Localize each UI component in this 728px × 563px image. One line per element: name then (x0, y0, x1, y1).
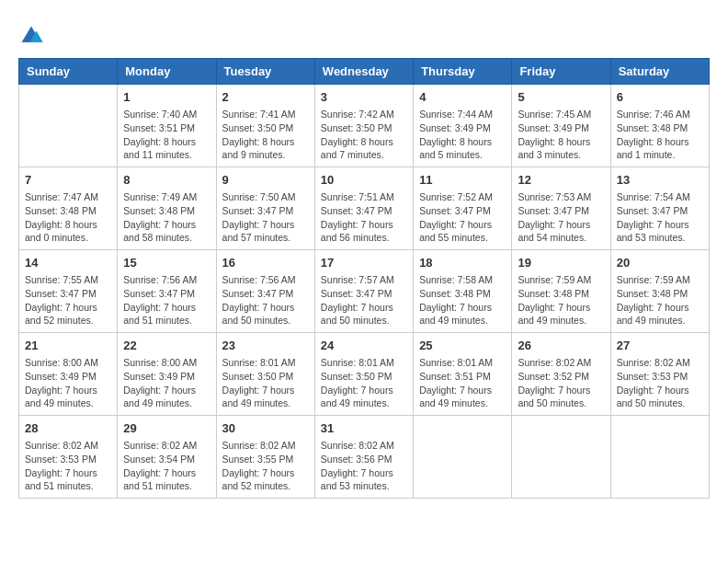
header-tuesday: Tuesday (216, 59, 314, 85)
day-info: Sunrise: 7:59 AM Sunset: 3:48 PM Dayligh… (617, 273, 703, 327)
logo (18, 23, 46, 49)
calendar-cell (414, 416, 512, 499)
calendar-cell: 8Sunrise: 7:49 AM Sunset: 3:48 PM Daylig… (118, 167, 216, 250)
header-wednesday: Wednesday (314, 59, 413, 85)
day-info: Sunrise: 7:56 AM Sunset: 3:47 PM Dayligh… (123, 273, 210, 327)
header-thursday: Thursday (414, 59, 512, 85)
day-info: Sunrise: 7:40 AM Sunset: 3:51 PM Dayligh… (123, 108, 210, 162)
calendar-cell: 16Sunrise: 7:56 AM Sunset: 3:47 PM Dayli… (216, 250, 314, 333)
calendar-cell: 24Sunrise: 8:01 AM Sunset: 3:50 PM Dayli… (314, 333, 413, 416)
calendar-cell: 3Sunrise: 7:42 AM Sunset: 3:50 PM Daylig… (314, 85, 413, 167)
header-saturday: Saturday (610, 59, 709, 85)
calendar-cell: 7Sunrise: 7:47 AM Sunset: 3:48 PM Daylig… (19, 167, 118, 250)
week-row-5: 28Sunrise: 8:02 AM Sunset: 3:53 PM Dayli… (19, 416, 710, 499)
day-number: 7 (25, 172, 111, 189)
day-info: Sunrise: 8:02 AM Sunset: 3:53 PM Dayligh… (617, 356, 703, 410)
calendar-cell: 5Sunrise: 7:45 AM Sunset: 3:49 PM Daylig… (512, 85, 610, 167)
day-number: 22 (123, 338, 210, 354)
day-number: 2 (222, 89, 309, 106)
day-number: 10 (321, 172, 407, 189)
day-number: 28 (25, 420, 111, 437)
day-number: 23 (222, 338, 309, 354)
day-number: 5 (518, 89, 604, 106)
calendar-cell: 10Sunrise: 7:51 AM Sunset: 3:47 PM Dayli… (314, 167, 413, 250)
calendar-cell: 27Sunrise: 8:02 AM Sunset: 3:53 PM Dayli… (610, 333, 709, 416)
calendar-cell: 9Sunrise: 7:50 AM Sunset: 3:47 PM Daylig… (216, 167, 314, 250)
day-number: 17 (321, 255, 407, 271)
day-info: Sunrise: 7:49 AM Sunset: 3:48 PM Dayligh… (123, 190, 210, 245)
week-row-3: 14Sunrise: 7:55 AM Sunset: 3:47 PM Dayli… (19, 250, 710, 333)
day-info: Sunrise: 8:02 AM Sunset: 3:55 PM Dayligh… (222, 439, 309, 493)
calendar-cell: 2Sunrise: 7:41 AM Sunset: 3:50 PM Daylig… (216, 85, 314, 167)
day-info: Sunrise: 8:01 AM Sunset: 3:51 PM Dayligh… (419, 356, 506, 410)
day-info: Sunrise: 7:56 AM Sunset: 3:47 PM Dayligh… (222, 273, 309, 327)
header-monday: Monday (118, 59, 216, 85)
day-info: Sunrise: 7:45 AM Sunset: 3:49 PM Dayligh… (518, 108, 604, 162)
day-number: 9 (222, 172, 309, 189)
calendar-cell: 18Sunrise: 7:58 AM Sunset: 3:48 PM Dayli… (414, 250, 512, 333)
day-info: Sunrise: 7:46 AM Sunset: 3:48 PM Dayligh… (617, 108, 703, 162)
day-info: Sunrise: 8:00 AM Sunset: 3:49 PM Dayligh… (123, 356, 210, 410)
day-number: 25 (419, 338, 506, 354)
day-number: 12 (518, 172, 604, 189)
day-info: Sunrise: 7:57 AM Sunset: 3:47 PM Dayligh… (321, 273, 407, 327)
calendar-cell: 22Sunrise: 8:00 AM Sunset: 3:49 PM Dayli… (118, 333, 216, 416)
day-number: 20 (617, 255, 703, 271)
calendar-cell: 30Sunrise: 8:02 AM Sunset: 3:55 PM Dayli… (216, 416, 314, 499)
calendar-cell: 15Sunrise: 7:56 AM Sunset: 3:47 PM Dayli… (118, 250, 216, 333)
calendar-cell: 17Sunrise: 7:57 AM Sunset: 3:47 PM Dayli… (314, 250, 413, 333)
calendar-cell: 19Sunrise: 7:59 AM Sunset: 3:48 PM Dayli… (512, 250, 610, 333)
day-number: 3 (321, 89, 407, 106)
calendar-cell: 13Sunrise: 7:54 AM Sunset: 3:47 PM Dayli… (610, 167, 709, 250)
day-number: 8 (123, 172, 210, 189)
calendar-header-row: SundayMondayTuesdayWednesdayThursdayFrid… (19, 59, 710, 85)
calendar-cell (512, 416, 610, 499)
calendar-cell: 14Sunrise: 7:55 AM Sunset: 3:47 PM Dayli… (19, 250, 118, 333)
day-number: 21 (25, 338, 111, 354)
day-info: Sunrise: 7:54 AM Sunset: 3:47 PM Dayligh… (617, 190, 703, 245)
calendar-cell: 21Sunrise: 8:00 AM Sunset: 3:49 PM Dayli… (19, 333, 118, 416)
day-info: Sunrise: 7:41 AM Sunset: 3:50 PM Dayligh… (222, 108, 309, 162)
calendar-cell (610, 416, 709, 499)
day-number: 26 (518, 338, 604, 354)
day-number: 4 (419, 89, 506, 106)
calendar-cell: 6Sunrise: 7:46 AM Sunset: 3:48 PM Daylig… (610, 85, 709, 167)
calendar-cell: 20Sunrise: 7:59 AM Sunset: 3:48 PM Dayli… (610, 250, 709, 333)
day-number: 31 (321, 420, 407, 437)
day-number: 13 (617, 172, 703, 189)
day-number: 27 (617, 338, 703, 354)
day-info: Sunrise: 7:42 AM Sunset: 3:50 PM Dayligh… (321, 108, 407, 162)
week-row-4: 21Sunrise: 8:00 AM Sunset: 3:49 PM Dayli… (19, 333, 710, 416)
day-number: 6 (617, 89, 703, 106)
day-info: Sunrise: 8:01 AM Sunset: 3:50 PM Dayligh… (321, 356, 407, 410)
day-number: 1 (123, 89, 210, 106)
day-info: Sunrise: 7:51 AM Sunset: 3:47 PM Dayligh… (321, 190, 407, 245)
day-info: Sunrise: 7:50 AM Sunset: 3:47 PM Dayligh… (222, 190, 309, 245)
day-info: Sunrise: 7:58 AM Sunset: 3:48 PM Dayligh… (419, 273, 506, 327)
day-info: Sunrise: 7:53 AM Sunset: 3:47 PM Dayligh… (518, 190, 604, 245)
day-info: Sunrise: 8:02 AM Sunset: 3:54 PM Dayligh… (123, 439, 210, 493)
calendar-cell: 23Sunrise: 8:01 AM Sunset: 3:50 PM Dayli… (216, 333, 314, 416)
week-row-1: 1Sunrise: 7:40 AM Sunset: 3:51 PM Daylig… (19, 85, 710, 167)
day-info: Sunrise: 8:02 AM Sunset: 3:53 PM Dayligh… (25, 439, 111, 493)
week-row-2: 7Sunrise: 7:47 AM Sunset: 3:48 PM Daylig… (19, 167, 710, 250)
day-info: Sunrise: 7:44 AM Sunset: 3:49 PM Dayligh… (419, 108, 506, 162)
day-number: 24 (321, 338, 407, 354)
day-number: 14 (25, 255, 111, 271)
calendar-cell: 26Sunrise: 8:02 AM Sunset: 3:52 PM Dayli… (512, 333, 610, 416)
day-number: 11 (419, 172, 506, 189)
calendar-cell (19, 85, 118, 167)
day-number: 15 (123, 255, 210, 271)
day-number: 18 (419, 255, 506, 271)
day-info: Sunrise: 7:47 AM Sunset: 3:48 PM Dayligh… (25, 190, 111, 245)
page-header (18, 18, 710, 49)
calendar-cell: 12Sunrise: 7:53 AM Sunset: 3:47 PM Dayli… (512, 167, 610, 250)
calendar-cell: 28Sunrise: 8:02 AM Sunset: 3:53 PM Dayli… (19, 416, 118, 499)
header-sunday: Sunday (19, 59, 118, 85)
calendar-cell: 25Sunrise: 8:01 AM Sunset: 3:51 PM Dayli… (414, 333, 512, 416)
day-number: 19 (518, 255, 604, 271)
calendar-cell: 31Sunrise: 8:02 AM Sunset: 3:56 PM Dayli… (314, 416, 413, 499)
day-info: Sunrise: 7:52 AM Sunset: 3:47 PM Dayligh… (419, 190, 506, 245)
day-info: Sunrise: 7:55 AM Sunset: 3:47 PM Dayligh… (25, 273, 111, 327)
day-info: Sunrise: 8:02 AM Sunset: 3:56 PM Dayligh… (321, 439, 407, 493)
